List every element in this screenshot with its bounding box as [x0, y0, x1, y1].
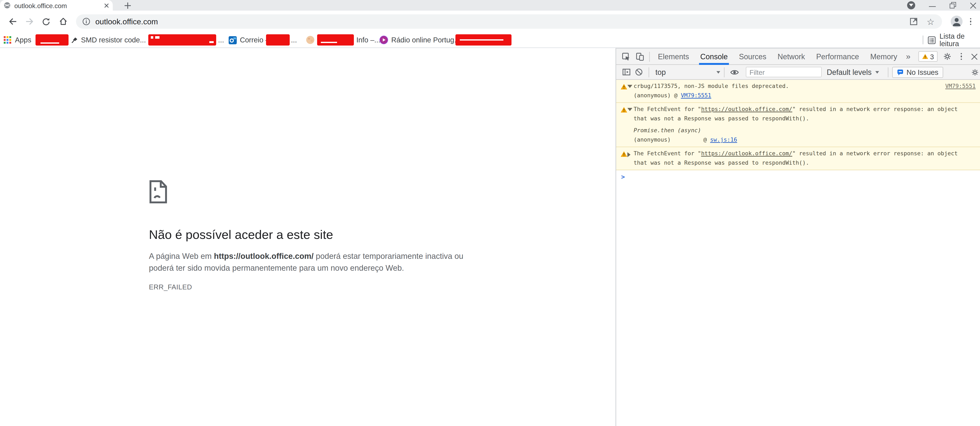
url-link[interactable]: https://outlook.office.com/	[701, 106, 792, 112]
warning-text: The FetchEvent for "https://outlook.offi…	[633, 105, 975, 123]
redacted-bookmark[interactable]	[35, 34, 68, 46]
stack-location-link[interactable]: sw.js:16	[710, 137, 737, 143]
new-tab-button[interactable]	[122, 1, 133, 10]
back-icon[interactable]	[5, 14, 20, 29]
redacted-bookmark[interactable]	[148, 34, 216, 46]
browser-menu-icon[interactable]	[966, 18, 975, 25]
console-toolbar: top Default levels No Issues	[616, 65, 980, 80]
tab-network[interactable]: Network	[772, 48, 811, 65]
devtools-menu-icon[interactable]	[957, 53, 966, 60]
no-issues-button[interactable]: No Issues	[892, 67, 943, 78]
stack-function: (anonymous) @	[633, 92, 681, 99]
browser-tab[interactable]: outlook.office.com	[0, 0, 113, 11]
console-warning-1[interactable]: crbug/1173575, non-JS module files depre…	[616, 80, 980, 103]
warning-icon	[620, 83, 627, 89]
bookmark-info-label[interactable]: Info –...	[356, 32, 380, 48]
separator	[724, 67, 725, 77]
profile-avatar[interactable]	[951, 16, 963, 27]
globe-favicon-icon	[4, 2, 11, 9]
page-info-icon[interactable]	[82, 18, 90, 26]
home-icon[interactable]	[56, 14, 70, 29]
devtools-close-icon[interactable]	[971, 53, 977, 60]
source-location-link[interactable]: VM79:5551	[945, 82, 976, 91]
log-levels-dropdown[interactable]: Default levels	[827, 68, 879, 77]
tab-performance[interactable]: Performance	[811, 48, 864, 65]
warning-icon	[620, 107, 627, 113]
tab-sources[interactable]: Sources	[733, 48, 772, 65]
error-page: Não é possível aceder a este site A pági…	[0, 48, 616, 426]
bookmarks-separator	[923, 35, 923, 44]
inspect-element-icon[interactable]	[619, 52, 633, 61]
bookmark-label: Correio –	[240, 36, 269, 44]
warning-text: The FetchEvent for "https://outlook.offi…	[633, 149, 975, 168]
tab-search-icon[interactable]	[907, 1, 915, 10]
expand-caret-icon[interactable]	[627, 108, 633, 111]
restore-icon[interactable]	[950, 2, 956, 9]
warning-icon	[620, 151, 627, 157]
console-prompt[interactable]: >	[616, 170, 980, 183]
url-text[interactable]: outlook.office.com	[95, 17, 910, 26]
tab-strip: outlook.office.com	[0, 0, 980, 11]
error-message-url: https://outlook.office.com/	[214, 251, 313, 261]
bookmark-radio[interactable]: Rádio online Portug...	[379, 32, 460, 48]
devtools-panel: Elements Console Sources Network Perform…	[616, 48, 980, 426]
console-sidebar-icon[interactable]	[620, 68, 632, 76]
bookmark-smd[interactable]: SMD resistor code...	[71, 32, 146, 48]
apps-grid-icon	[4, 36, 11, 44]
tab-close-icon[interactable]	[104, 3, 109, 8]
warnings-badge[interactable]: 3	[918, 51, 938, 62]
tab-memory[interactable]: Memory	[864, 48, 903, 65]
send-to-device-icon[interactable]	[910, 18, 918, 26]
frame-selector[interactable]: top	[655, 68, 720, 77]
stack-frame: (anonymous) @ VM79:5551	[633, 91, 975, 101]
bookmark-info[interactable]	[306, 32, 317, 48]
console-filter-input[interactable]	[746, 67, 822, 77]
more-tabs-icon[interactable]: »	[903, 52, 913, 61]
expand-caret-icon[interactable]	[627, 85, 633, 88]
reading-list-label: Lista de leitura	[940, 32, 980, 48]
bookmark-label: SMD resistor code...	[81, 36, 146, 44]
bookmark-label: Rádio online Portug...	[391, 36, 460, 44]
devtools-settings-icon[interactable]	[943, 53, 951, 61]
live-expression-eye-icon[interactable]	[728, 69, 741, 76]
reload-icon[interactable]	[39, 14, 54, 29]
sad-page-icon	[149, 180, 168, 204]
console-warning-3[interactable]: The FetchEvent for "https://outlook.offi…	[616, 147, 980, 170]
separator	[649, 51, 650, 62]
browser-window: outlook.office.com	[0, 0, 980, 426]
frame-selector-value: top	[655, 68, 713, 77]
address-bar[interactable]: outlook.office.com ☆	[76, 14, 942, 29]
console-settings-icon[interactable]	[971, 69, 980, 76]
outlook-icon	[229, 36, 237, 44]
clear-console-icon[interactable]	[632, 68, 645, 76]
separator	[649, 67, 649, 77]
redacted-bookmark[interactable]	[317, 34, 354, 46]
tab-console[interactable]: Console	[695, 48, 733, 65]
bookmark-star-icon[interactable]: ☆	[927, 17, 934, 26]
stack-location-link[interactable]: VM79:5551	[681, 92, 711, 99]
bookmark-label: Apps	[15, 36, 31, 44]
reading-list-icon	[928, 36, 936, 44]
tab-elements[interactable]: Elements	[652, 48, 695, 65]
bookmark-correio[interactable]: Correio –	[229, 32, 269, 48]
url-link[interactable]: https://outlook.office.com/	[701, 150, 792, 156]
console-warning-2[interactable]: The FetchEvent for "https://outlook.offi…	[616, 103, 980, 147]
minimize-icon[interactable]	[929, 0, 936, 7]
forward-icon[interactable]	[22, 14, 37, 29]
content-area: Não é possível aceder a este site A pági…	[0, 48, 980, 426]
redacted-bookmark[interactable]	[455, 34, 511, 46]
stack-at: @	[703, 137, 710, 143]
device-toolbar-icon[interactable]	[633, 52, 647, 61]
reading-list-button[interactable]: Lista de leitura	[928, 32, 980, 48]
error-code: ERR_FAILED	[149, 283, 192, 290]
bookmark-apps[interactable]: Apps	[4, 32, 31, 48]
bookmarks-bar: Apps SMD resistor code... ... Correio – …	[0, 32, 980, 48]
log-levels-label: Default levels	[827, 68, 872, 77]
expand-caret-icon[interactable]	[627, 152, 633, 157]
redacted-bookmark[interactable]	[266, 34, 290, 46]
tab-title: outlook.office.com	[14, 2, 104, 9]
window-close-icon[interactable]	[970, 2, 976, 8]
no-issues-label: No Issues	[907, 69, 938, 76]
circle-avatar-icon	[306, 35, 315, 44]
error-title: Não é possível aceder a este site	[149, 228, 333, 242]
